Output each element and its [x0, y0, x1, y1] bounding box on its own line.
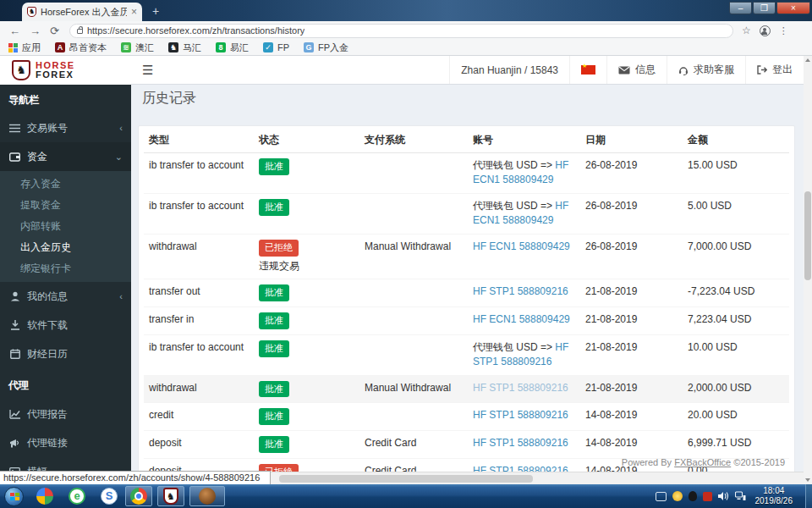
status-badge: 批准: [259, 381, 289, 398]
cell-type: withdrawal: [144, 375, 254, 403]
cell-amount: 2,000.00 USD: [683, 375, 789, 403]
tray-network-icon[interactable]: [735, 491, 746, 501]
bookmark-item[interactable]: 8易汇: [216, 41, 249, 54]
account-link[interactable]: HF STP1 588809216: [473, 285, 568, 297]
account-link[interactable]: HF STP1 588809216: [473, 382, 568, 394]
megaphone-icon: [8, 439, 21, 448]
ssl-lock-icon[interactable]: [77, 29, 83, 34]
bookmark-star-icon[interactable]: ☆: [742, 25, 751, 36]
cell-payment-system: Manual Withdrawal: [359, 234, 468, 279]
tab-title: HorseForex 出入金历史: [41, 6, 127, 19]
profile-avatar-icon[interactable]: [760, 25, 771, 36]
vertical-scrollbar[interactable]: [804, 56, 812, 484]
cell-amount: 20.00 USD: [683, 403, 789, 431]
sidebar-item-agent-links[interactable]: 代理链接: [0, 428, 131, 457]
cell-status: 批准: [254, 193, 359, 234]
cell-type: withdrawal: [144, 234, 254, 279]
sidebar-item-agent-report[interactable]: 代理报告: [0, 400, 131, 428]
tray-shield-icon[interactable]: [672, 491, 683, 501]
table-row: transfer out 批准 HF STP1 588809216 21-08-…: [144, 279, 789, 306]
start-button[interactable]: [4, 487, 24, 506]
bookmark-item[interactable]: ≋澳汇: [121, 41, 154, 54]
col-status: 状态: [254, 126, 359, 153]
table-row: ib transfer to account 批准 代理钱包 USD => HF…: [144, 193, 789, 234]
scroll-up-arrow[interactable]: [804, 56, 812, 64]
sidebar-item-my-info[interactable]: 我的信息 ‹: [0, 282, 131, 311]
tray-qq-penguin-icon[interactable]: [689, 491, 697, 501]
sidebar-nav-header: 导航栏: [0, 85, 131, 113]
sidebar-subitem-withdraw[interactable]: 提取资金: [0, 195, 131, 216]
bookmark-item[interactable]: A昂首资本: [55, 41, 107, 54]
brand-logo[interactable]: ♞ HORSE FOREX: [0, 56, 131, 85]
taskbar-clock[interactable]: 18:04 2019/8/26: [755, 486, 793, 507]
tray-red-app-icon[interactable]: [703, 492, 712, 501]
user-icon: [8, 291, 21, 301]
status-badge: 批准: [259, 284, 289, 301]
new-tab-button[interactable]: +: [149, 5, 162, 19]
bookmark-item[interactable]: ✓FP: [263, 42, 289, 52]
page-title: 历史记录: [131, 85, 804, 114]
support-button[interactable]: 求助客服: [667, 56, 745, 84]
fxbackoffice-link[interactable]: FXBackOffice: [674, 457, 731, 467]
taskbar-sogou-browser[interactable]: S: [98, 486, 120, 506]
account-link[interactable]: HF STP1 588809216: [473, 437, 568, 449]
sidebar-item-trading-accounts[interactable]: 交易账号 ‹: [0, 113, 131, 142]
sidebar-subitem-deposit[interactable]: 存入资金: [0, 174, 131, 195]
refresh-icon[interactable]: ⟳: [50, 25, 59, 37]
windows-logo-icon: [10, 493, 19, 500]
back-icon[interactable]: ←: [9, 25, 20, 37]
chevron-down-icon: ⌄: [115, 152, 123, 163]
taskbar-chrome-open[interactable]: [125, 486, 152, 506]
vertical-scrollbar-thumb[interactable]: [804, 191, 811, 280]
account-link[interactable]: HF STP1 588809216: [473, 409, 568, 421]
cell-type: ib transfer to account: [144, 334, 254, 375]
table-row: ib transfer to account 批准 代理钱包 USD => HF…: [144, 334, 789, 375]
taskbar-app-open[interactable]: [189, 486, 225, 506]
language-selector[interactable]: [569, 56, 606, 84]
browser-menu-icon[interactable]: ⋮: [779, 25, 788, 36]
brand-name-bottom: FOREX: [36, 70, 75, 80]
window-close-button[interactable]: ×: [776, 2, 810, 14]
window-minimize-button[interactable]: –: [729, 2, 752, 14]
taskbar-green-browser[interactable]: e: [66, 486, 88, 506]
forward-icon[interactable]: →: [30, 25, 41, 37]
messages-button[interactable]: 信息: [606, 56, 667, 84]
sidebar-item-economic-calendar[interactable]: 财经日历: [0, 340, 131, 368]
horseforex-favicon-icon: ♞: [27, 7, 36, 17]
cell-payment-system: [359, 403, 468, 431]
headset-icon: [678, 65, 689, 75]
taskbar-horseforex-open[interactable]: ♞: [157, 486, 184, 506]
bookmark-item[interactable]: GFP入金: [304, 41, 348, 54]
sidebar-item-software-download[interactable]: 软件下载: [0, 311, 131, 340]
sidebar-item-banners[interactable]: 横幅: [0, 457, 131, 472]
history-table-body: ib transfer to account 批准 代理钱包 USD => HF…: [144, 153, 789, 472]
status-badge: 批准: [259, 312, 289, 329]
bookmark-item[interactable]: ♞马汇: [168, 41, 201, 54]
cell-date: 21-08-2019: [580, 375, 683, 403]
taskbar-security-app[interactable]: [34, 486, 56, 506]
sidebar-subitem-bind-bank-card[interactable]: 绑定银行卡: [0, 258, 131, 279]
cell-payment-system: [359, 153, 468, 194]
cell-status: 批准: [254, 306, 359, 334]
show-desktop-button[interactable]: [805, 484, 812, 508]
logout-button[interactable]: 登出: [745, 56, 804, 84]
account-link[interactable]: HF ECN1 588809429: [473, 313, 570, 325]
hamburger-menu-icon[interactable]: ☰: [142, 63, 153, 78]
tray-volume-icon[interactable]: [718, 491, 729, 501]
sidebar-subitem-internal-transfer[interactable]: 内部转账: [0, 216, 131, 237]
table-row: transfer in 批准 HF ECN1 588809429 21-08-2…: [144, 306, 789, 334]
scroll-down-arrow[interactable]: [804, 476, 812, 484]
window-maximize-button[interactable]: ❐: [753, 2, 776, 14]
cell-amount: 5.00 USD: [683, 193, 789, 234]
cell-account: HF ECN1 588809429: [468, 234, 580, 279]
address-bar[interactable]: https://secure.horseforex.com/zh/transac…: [69, 24, 733, 38]
sidebar-subitem-transaction-history[interactable]: 出入金历史: [0, 237, 131, 258]
browser-tab[interactable]: ♞ HorseForex 出入金历史 ×: [22, 3, 142, 21]
user-account-menu[interactable]: Zhan Huanjin / 15843: [449, 56, 569, 84]
horizontal-scrollbar-thumb[interactable]: [279, 475, 533, 483]
tray-show-hidden-icon[interactable]: [656, 492, 667, 501]
apps-shortcut[interactable]: 应用: [8, 41, 41, 54]
account-link[interactable]: HF ECN1 588809429: [473, 240, 570, 252]
sidebar-item-funds[interactable]: 资金 ⌄: [0, 142, 131, 171]
tab-close-icon[interactable]: ×: [131, 7, 137, 17]
